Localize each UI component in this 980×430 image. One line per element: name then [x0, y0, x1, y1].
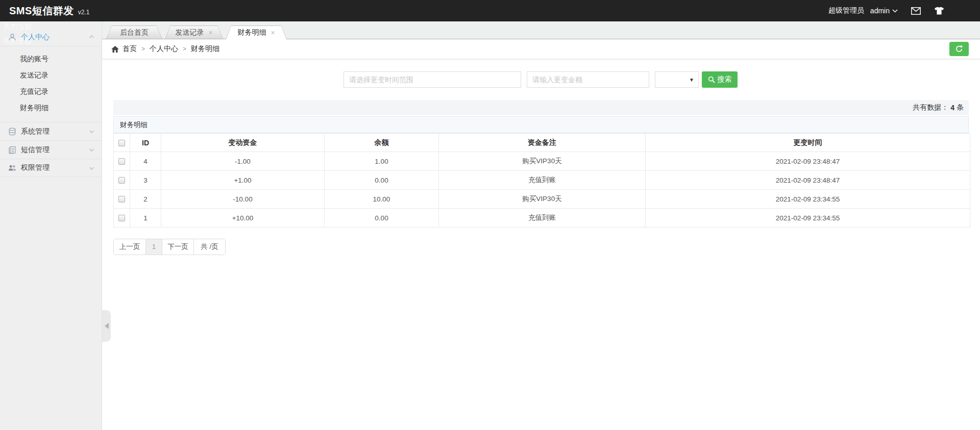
table-header-row: ID 变动资金 余额 资金备注 更变时间 [114, 134, 970, 152]
column-header-change: 变动资金 [161, 134, 325, 152]
refresh-button[interactable] [949, 42, 969, 56]
filter-toolbar: ▼ 搜索 [344, 71, 969, 88]
sidebar-group-label: 短信管理 [21, 145, 89, 155]
breadcrumb-bar: 首页 > 个人中心 > 财务明细 [102, 39, 980, 59]
chevron-down-icon [89, 129, 94, 134]
body: 关闭当前 关闭全部 个人中心 我的账号 发送记录 充值记录 财务明细 [0, 21, 980, 430]
home-icon [111, 46, 119, 53]
chevron-down-icon [892, 9, 898, 13]
tab-finance-detail[interactable]: 财务明细 × [226, 26, 287, 39]
cell-change: -1.00 [161, 152, 325, 171]
users-icon [8, 164, 16, 172]
sidebar: 关闭当前 关闭全部 个人中心 我的账号 发送记录 充值记录 财务明细 [0, 21, 102, 430]
main-panel: ▼ 搜索 共有数据： 4 条 财务明细 [102, 59, 980, 430]
total-count-unit: 条 [957, 103, 964, 112]
tab-label: 后台首页 [120, 28, 149, 37]
cell-remark: 充值到账 [439, 171, 646, 190]
mail-icon[interactable] [911, 7, 921, 15]
total-pages-label: 共 /页 [193, 239, 225, 255]
sidebar-group-sms-manage[interactable]: 短信管理 [0, 140, 102, 159]
close-icon[interactable]: × [208, 29, 212, 36]
sidebar-item-send-records[interactable]: 发送记录 [0, 67, 102, 83]
cell-balance: 0.00 [325, 171, 439, 190]
select-all-checkbox[interactable] [118, 140, 125, 146]
breadcrumb-separator: > [141, 45, 145, 53]
tab-label: 发送记录 [175, 28, 204, 37]
row-checkbox[interactable] [118, 177, 125, 184]
topbar-right: 超级管理员 admin [828, 6, 944, 15]
cell-balance: 1.00 [325, 152, 439, 171]
cell-time: 2021-02-09 23:48:47 [646, 171, 970, 190]
user-role-label: 超级管理员 [828, 6, 864, 15]
theme-shirt-icon[interactable] [934, 7, 944, 15]
cell-id: 4 [130, 152, 161, 171]
table-row: 1 +10.00 0.00 充值到账 2021-02-09 23:34:55 [114, 209, 970, 227]
sidebar-item-my-account[interactable]: 我的账号 [0, 50, 102, 67]
row-checkbox[interactable] [118, 196, 125, 203]
column-header-remark: 资金备注 [439, 134, 646, 152]
sidebar-group-label: 权限管理 [21, 163, 89, 172]
total-count-strip: 共有数据： 4 条 [113, 100, 969, 115]
sidebar-item-recharge-records[interactable]: 充值记录 [0, 83, 102, 99]
total-count-label: 共有数据： [913, 103, 948, 112]
finance-table: ID 变动资金 余额 资金备注 更变时间 4 -1.00 1.00 [113, 133, 970, 227]
sidebar-group-label: 系统管理 [21, 127, 89, 136]
arrow-left-icon [105, 323, 109, 329]
breadcrumb-level1[interactable]: 个人中心 [150, 44, 178, 54]
amount-input[interactable] [527, 71, 649, 88]
cell-remark: 购买VIP30天 [439, 152, 646, 171]
row-checkbox[interactable] [118, 215, 125, 221]
header-checkbox-cell [114, 134, 130, 152]
search-button[interactable]: 搜索 [702, 71, 738, 88]
table-row: 3 +1.00 0.00 充值到账 2021-02-09 23:48:47 [114, 171, 970, 190]
row-checkbox[interactable] [118, 158, 125, 165]
type-select[interactable]: ▼ [655, 71, 699, 88]
sidebar-item-finance-detail[interactable]: 财务明细 [0, 99, 102, 116]
column-header-balance: 余额 [325, 134, 439, 152]
tab-label: 财务明细 [237, 28, 266, 37]
app-title: SMS短信群发 [9, 4, 74, 18]
breadcrumb-separator: > [183, 45, 186, 53]
column-header-time: 更变时间 [646, 134, 970, 152]
user-menu[interactable]: admin [870, 7, 898, 15]
close-icon[interactable]: × [271, 29, 275, 36]
sidebar-submenu-personal: 我的账号 发送记录 充值记录 财务明细 [0, 46, 102, 122]
sidebar-nav: 个人中心 我的账号 发送记录 充值记录 财务明细 系统管理 [0, 21, 102, 177]
cell-time: 2021-02-09 23:48:47 [646, 152, 970, 171]
cell-time: 2021-02-09 23:34:55 [646, 190, 970, 209]
cell-balance: 0.00 [325, 209, 439, 227]
sidebar-group-personal-center[interactable]: 个人中心 [0, 28, 102, 46]
chevron-up-icon [89, 34, 94, 40]
app-version: v2.1 [78, 9, 90, 16]
content: 后台首页 发送记录 × 财务明细 × [102, 21, 980, 430]
table-row: 2 -10.00 10.00 购买VIP30天 2021-02-09 23:34… [114, 190, 970, 209]
pagination: 上一页 1 下一页 共 /页 [113, 239, 226, 255]
breadcrumb-level2: 财务明细 [191, 44, 219, 54]
sidebar-group-label: 个人中心 [21, 33, 89, 42]
cell-change: -10.00 [161, 190, 325, 209]
sidebar-group-permission-manage[interactable]: 权限管理 [0, 159, 102, 177]
app-brand: SMS短信群发 v2.1 [9, 4, 90, 18]
current-page-indicator[interactable]: 1 [145, 239, 162, 255]
sidebar-collapse-handle[interactable] [102, 310, 111, 342]
column-header-id: ID [130, 134, 161, 152]
time-range-input[interactable] [344, 71, 521, 88]
person-icon [8, 33, 16, 41]
page: SMS短信群发 v2.1 超级管理员 admin 关闭当前 关闭全部 [0, 0, 980, 430]
prev-page-button[interactable]: 上一页 [114, 239, 145, 255]
breadcrumb-home[interactable]: 首页 [122, 44, 137, 54]
cell-remark: 充值到账 [439, 209, 646, 227]
search-button-label: 搜索 [718, 75, 732, 84]
sidebar-group-system-manage[interactable]: 系统管理 [0, 122, 102, 140]
cell-time: 2021-02-09 23:34:55 [646, 209, 970, 227]
tab-send-records[interactable]: 发送记录 × [165, 26, 223, 39]
table-row: 4 -1.00 1.00 购买VIP30天 2021-02-09 23:48:4… [114, 152, 970, 171]
chevron-down-icon [89, 165, 94, 171]
top-header-bar: SMS短信群发 v2.1 超级管理员 admin [0, 0, 980, 21]
table-title: 财务明细 [113, 116, 969, 133]
tab-backend-home[interactable]: 后台首页 [106, 26, 162, 39]
tab-bar: 后台首页 发送记录 × 财务明细 × [102, 21, 980, 39]
cell-id: 3 [130, 171, 161, 190]
cell-remark: 购买VIP30天 [439, 190, 646, 209]
next-page-button[interactable]: 下一页 [162, 239, 193, 255]
